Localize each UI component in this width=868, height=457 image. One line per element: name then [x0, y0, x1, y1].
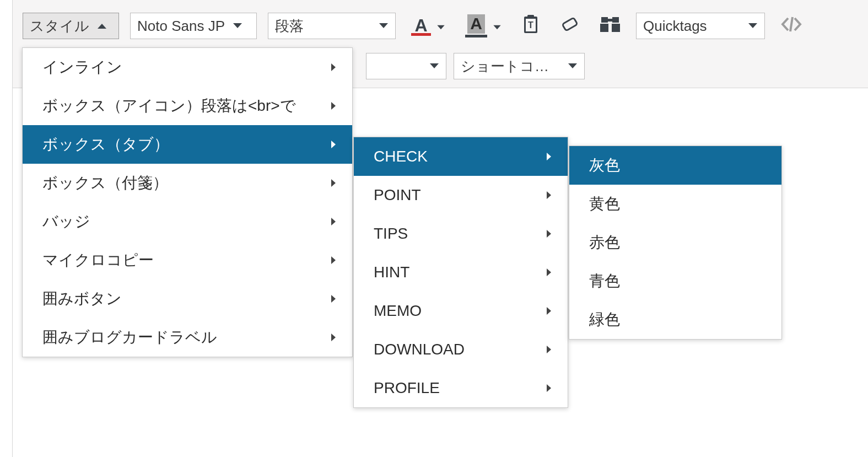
chevron-right-icon — [546, 268, 552, 277]
menu-item-label: PROFILE — [374, 379, 440, 397]
chevron-right-icon — [546, 229, 552, 238]
menu-item-hint[interactable]: HINT — [354, 253, 568, 292]
chevron-right-icon — [330, 333, 337, 342]
menu-item-label: インライン — [42, 57, 122, 78]
svg-rect-7 — [607, 19, 613, 21]
menu-item-label: DOWNLOAD — [374, 341, 465, 358]
divider — [12, 36, 13, 457]
caret-up-icon — [97, 23, 107, 29]
menu-item-label: 黄色 — [589, 193, 620, 214]
caret-down-icon — [493, 18, 502, 34]
clipboard-text-icon: T — [521, 14, 540, 37]
chevron-right-icon — [330, 217, 337, 226]
svg-rect-6 — [612, 17, 619, 23]
menu-item-label: バッジ — [42, 211, 90, 232]
menu-item-box-sticky[interactable]: ボックス（付箋） — [23, 164, 352, 202]
font-family-label: Noto Sans JP — [137, 18, 225, 35]
menu-item-profile[interactable]: PROFILE — [354, 369, 568, 407]
menu-item-color-red[interactable]: 赤色 — [569, 223, 781, 262]
chevron-right-icon — [546, 152, 552, 161]
source-code-button[interactable] — [776, 13, 807, 39]
toolbar-row-1: スタイル Noto Sans JP 段落 — [13, 8, 868, 44]
menu-item-point[interactable]: POINT — [354, 176, 568, 214]
editor-surface: スタイル Noto Sans JP 段落 — [0, 0, 868, 457]
binoculars-icon — [600, 15, 621, 37]
paste-text-button[interactable]: T — [517, 13, 544, 39]
code-icon — [780, 16, 802, 36]
menu-item-color-gray[interactable]: 灰色 — [569, 146, 781, 185]
style-dropdown[interactable]: スタイル — [23, 13, 119, 39]
box-tab-submenu: CHECK POINT TIPS HINT MEMO DOWNLOAD PROF… — [353, 137, 568, 408]
text-color-icon: A — [411, 17, 431, 36]
menu-item-label: CHECK — [374, 148, 428, 165]
chevron-right-icon — [330, 140, 337, 149]
menu-item-label: HINT — [374, 264, 409, 281]
menu-item-color-green[interactable]: 緑色 — [569, 300, 781, 339]
style-menu: インライン ボックス（アイコン）段落は<br>で ボックス（タブ） ボックス（付… — [22, 47, 353, 357]
chevron-right-icon — [546, 191, 552, 200]
chevron-right-icon — [546, 307, 552, 315]
menu-item-boxed-button[interactable]: 囲みボタン — [23, 279, 352, 318]
menu-item-label: 囲みボタン — [42, 288, 122, 309]
row2-dropdown-unknown[interactable] — [366, 53, 446, 79]
clear-formatting-button[interactable] — [556, 13, 584, 39]
menu-item-color-yellow[interactable]: 黄色 — [569, 185, 781, 223]
menu-item-label: ボックス（アイコン）段落は<br>で — [42, 95, 296, 116]
shortcode-dropdown-label: ショートコ… — [461, 57, 549, 76]
chevron-right-icon — [330, 101, 337, 110]
menu-item-label: 青色 — [589, 271, 620, 292]
chevron-right-icon — [330, 294, 337, 303]
style-dropdown-label: スタイル — [30, 17, 89, 36]
svg-rect-9 — [612, 24, 620, 32]
caret-down-icon — [429, 63, 439, 69]
chevron-right-icon — [546, 384, 552, 393]
svg-rect-5 — [601, 17, 608, 23]
menu-item-box-tab[interactable]: ボックス（タブ） — [23, 125, 352, 164]
menu-item-label: 赤色 — [589, 232, 620, 253]
menu-item-label: 囲みブログカードラベル — [42, 327, 217, 348]
svg-rect-4 — [562, 18, 578, 31]
eraser-icon — [560, 15, 580, 37]
background-color-button[interactable]: A — [461, 13, 506, 39]
menu-item-check[interactable]: CHECK — [354, 137, 568, 176]
color-submenu: 灰色 黄色 赤色 青色 緑色 — [569, 146, 782, 340]
menu-item-label: ボックス（付箋） — [42, 173, 168, 193]
caret-down-icon — [379, 23, 389, 29]
font-family-dropdown[interactable]: Noto Sans JP — [130, 13, 257, 39]
menu-item-label: 灰色 — [589, 155, 620, 176]
menu-item-label: ボックス（タブ） — [42, 134, 169, 155]
menu-item-label: MEMO — [374, 302, 422, 320]
menu-item-label: 緑色 — [589, 309, 620, 330]
menu-item-microcopy[interactable]: マイクロコピー — [23, 241, 352, 279]
quicktags-dropdown[interactable]: Quicktags — [636, 13, 765, 39]
svg-rect-1 — [527, 15, 534, 19]
caret-down-icon — [748, 23, 758, 29]
shortcode-dropdown[interactable]: ショートコ… — [454, 53, 585, 79]
chevron-right-icon — [546, 345, 552, 354]
chevron-right-icon — [330, 179, 337, 187]
svg-text:T: T — [528, 20, 533, 30]
menu-item-boxed-blogcard-label[interactable]: 囲みブログカードラベル — [23, 318, 352, 357]
caret-down-icon — [436, 18, 445, 34]
menu-item-download[interactable]: DOWNLOAD — [354, 330, 568, 369]
menu-item-tips[interactable]: TIPS — [354, 214, 568, 253]
block-format-label: 段落 — [275, 17, 304, 36]
menu-item-color-blue[interactable]: 青色 — [569, 262, 781, 300]
menu-item-box-icon[interactable]: ボックス（アイコン）段落は<br>で — [23, 87, 352, 125]
background-color-icon: A — [465, 14, 487, 37]
quicktags-label: Quicktags — [643, 18, 707, 35]
menu-item-label: TIPS — [374, 225, 408, 243]
chevron-right-icon — [330, 63, 337, 72]
menu-item-label: マイクロコピー — [42, 250, 154, 271]
chevron-right-icon — [330, 256, 337, 265]
menu-item-inline[interactable]: インライン — [23, 48, 352, 87]
find-replace-button[interactable] — [595, 13, 625, 39]
menu-item-badge[interactable]: バッジ — [23, 202, 352, 241]
svg-rect-8 — [600, 24, 608, 32]
caret-down-icon — [233, 23, 242, 29]
caret-down-icon — [568, 63, 578, 69]
menu-item-memo[interactable]: MEMO — [354, 292, 568, 330]
menu-item-label: POINT — [374, 186, 421, 204]
text-color-button[interactable]: A — [407, 13, 450, 39]
block-format-dropdown[interactable]: 段落 — [268, 13, 396, 39]
